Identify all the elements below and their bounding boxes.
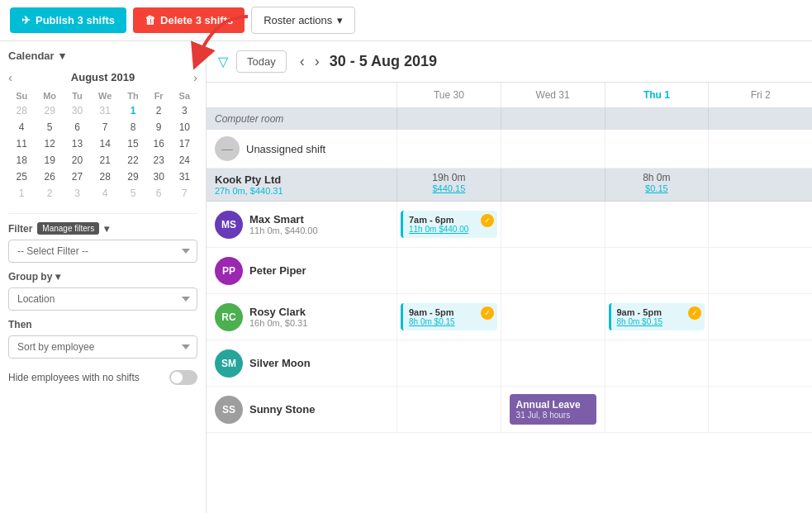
shift-cell-silver-thu[interactable] bbox=[605, 340, 709, 386]
annual-leave-sub: 31 Jul, 8 hours bbox=[516, 411, 590, 420]
trash-icon: 🗑 bbox=[145, 14, 155, 26]
calendar-day[interactable]: 3 bbox=[172, 102, 197, 119]
shift-cell-sunny-fri[interactable] bbox=[708, 387, 812, 432]
calendar-day[interactable]: 21 bbox=[90, 152, 120, 169]
calendar-day[interactable]: 8 bbox=[120, 119, 145, 135]
calendar-day[interactable]: 11 bbox=[8, 135, 35, 152]
calendar-month: August 2019 bbox=[71, 71, 135, 83]
calendar-day[interactable]: 30 bbox=[146, 169, 172, 185]
prev-month-button[interactable]: ‹ bbox=[8, 70, 12, 84]
shift-block[interactable]: ✓ 7am - 6pm 11h 0m $440.00 bbox=[401, 211, 497, 238]
shift-cell-peter-fri[interactable] bbox=[708, 248, 812, 293]
calendar-day[interactable]: 14 bbox=[90, 135, 120, 152]
calendar-day[interactable]: 26 bbox=[35, 169, 64, 185]
calendar-day[interactable]: 4 bbox=[90, 185, 120, 202]
shift-cell-sunny-tue[interactable] bbox=[397, 387, 501, 432]
calendar-day[interactable]: 6 bbox=[146, 185, 172, 202]
sort-by-select[interactable]: Sort by employee bbox=[8, 335, 197, 359]
shift-cell-sunny-thu[interactable] bbox=[605, 387, 709, 432]
manage-filters-button[interactable]: Manage filters bbox=[37, 222, 99, 235]
shift-cell-sunny-wed[interactable]: Annual Leave 31 Jul, 8 hours bbox=[501, 387, 605, 432]
calendar-day[interactable]: 30 bbox=[64, 102, 90, 119]
emp-hours-max-smart: 11h 0m, $440.00 bbox=[249, 226, 318, 235]
calendar-day[interactable]: 28 bbox=[8, 102, 35, 119]
calendar-day[interactable]: 10 bbox=[172, 119, 197, 135]
roster-actions-button[interactable]: Roster actions ▾ bbox=[251, 7, 355, 34]
calendar-day[interactable]: 31 bbox=[172, 169, 197, 185]
shift-cell-rosy-thu[interactable]: ✓ 9am - 5pm 8h 0m $0.15 bbox=[605, 294, 709, 340]
employee-row-rosy-clark: RC Rosy Clark 16h 0m, $0.31 ✓ 9am - 5pm … bbox=[207, 294, 812, 340]
next-week-button[interactable]: › bbox=[310, 50, 325, 74]
calendar-day[interactable]: 25 bbox=[8, 169, 35, 185]
shift-cell-max-thu[interactable] bbox=[605, 202, 709, 247]
calendar-day[interactable]: 22 bbox=[120, 152, 145, 169]
calendar-day[interactable]: 16 bbox=[146, 135, 172, 152]
emp-info-silver-moon: SM Silver Moon bbox=[207, 340, 397, 386]
day-header-tue: Tue 30 bbox=[397, 83, 501, 107]
filter-funnel-button[interactable]: ▽ bbox=[218, 54, 228, 69]
shift-detail: 11h 0m $440.00 bbox=[409, 225, 491, 234]
emp-info-peter-piper: PP Peter Piper bbox=[207, 248, 397, 293]
calendar-day[interactable]: 7 bbox=[172, 185, 197, 202]
annual-leave-title: Annual Leave bbox=[516, 399, 590, 411]
calendar-day[interactable]: 4 bbox=[8, 119, 35, 135]
calendar-day[interactable]: 17 bbox=[172, 135, 197, 152]
calendar-chevron-icon: ▾ bbox=[59, 50, 65, 62]
calendar-day[interactable]: 28 bbox=[90, 169, 120, 185]
calendar-day[interactable]: 2 bbox=[146, 102, 172, 119]
calendar-day[interactable]: 15 bbox=[120, 135, 145, 152]
shift-time: 7am - 6pm bbox=[409, 215, 491, 225]
calendar-day[interactable]: 3 bbox=[64, 185, 90, 202]
summary-cell-fri bbox=[708, 169, 812, 201]
filter-select[interactable]: -- Select Filter -- bbox=[8, 240, 197, 263]
calendar-day[interactable]: 29 bbox=[35, 102, 64, 119]
shift-block-rosy-tue[interactable]: ✓ 9am - 5pm 8h 0m $0.15 bbox=[401, 303, 497, 330]
calendar-day[interactable]: 20 bbox=[64, 152, 90, 169]
calendar-day[interactable]: 12 bbox=[35, 135, 64, 152]
shift-time: 9am - 5pm bbox=[617, 307, 700, 317]
today-button[interactable]: Today bbox=[236, 50, 287, 73]
calendar-day[interactable]: 1 bbox=[8, 185, 35, 202]
emp-info-rosy-clark: RC Rosy Clark 16h 0m, $0.31 bbox=[207, 294, 397, 340]
shift-cell-silver-tue[interactable] bbox=[397, 340, 501, 386]
publish-label: Publish 3 shifts bbox=[36, 14, 115, 26]
next-month-button[interactable]: › bbox=[193, 70, 197, 84]
delete-button[interactable]: 🗑 Delete 3 shifts bbox=[133, 7, 245, 33]
shift-cell-rosy-wed[interactable] bbox=[501, 294, 605, 340]
calendar-day[interactable]: 7 bbox=[90, 119, 120, 135]
calendar-day[interactable]: 6 bbox=[64, 119, 90, 135]
prev-week-button[interactable]: ‹ bbox=[295, 50, 310, 74]
calendar-day[interactable]: 29 bbox=[120, 169, 145, 185]
calendar-day[interactable]: 23 bbox=[146, 152, 172, 169]
shift-cell-max-fri[interactable] bbox=[708, 202, 812, 247]
group-by-select[interactable]: Location bbox=[8, 287, 197, 311]
employee-row-silver-moon: SM Silver Moon bbox=[207, 340, 812, 387]
shift-cell-max-wed[interactable] bbox=[501, 202, 605, 247]
shift-cell-peter-tue[interactable] bbox=[397, 248, 501, 293]
shift-cell-silver-fri[interactable] bbox=[708, 340, 812, 386]
calendar-day[interactable]: 9 bbox=[146, 119, 172, 135]
calendar-day[interactable]: 2 bbox=[35, 185, 64, 202]
calendar-day[interactable]: 27 bbox=[64, 169, 90, 185]
shift-cell-silver-wed[interactable] bbox=[501, 340, 605, 386]
calendar-day[interactable]: 19 bbox=[35, 152, 64, 169]
shift-cell-max-tue[interactable]: ✓ 7am - 6pm 11h 0m $440.00 bbox=[397, 202, 501, 247]
section-label: Computer room bbox=[207, 108, 397, 130]
calendar-day[interactable]: 18 bbox=[8, 152, 35, 169]
shift-cell-rosy-tue[interactable]: ✓ 9am - 5pm 8h 0m $0.15 bbox=[397, 294, 501, 340]
unassigned-shift-row: — Unassigned shift bbox=[207, 130, 812, 169]
shift-cell-peter-thu[interactable] bbox=[605, 248, 709, 293]
shift-cell-peter-wed[interactable] bbox=[501, 248, 605, 293]
publish-button[interactable]: ✈ Publish 3 shifts bbox=[10, 7, 126, 33]
calendar-day[interactable]: 24 bbox=[172, 152, 197, 169]
emp-name-max-smart: Max Smart bbox=[249, 213, 318, 226]
hide-employees-toggle[interactable] bbox=[169, 370, 197, 385]
calendar-day[interactable]: 5 bbox=[120, 185, 145, 202]
calendar-day[interactable]: 5 bbox=[35, 119, 64, 135]
shift-cell-rosy-fri[interactable] bbox=[708, 294, 812, 340]
delete-label: Delete 3 shifts bbox=[160, 14, 233, 26]
shift-block-rosy-thu[interactable]: ✓ 9am - 5pm 8h 0m $0.15 bbox=[609, 303, 705, 330]
calendar-day[interactable]: 1 bbox=[120, 102, 145, 119]
calendar-day[interactable]: 31 bbox=[90, 102, 120, 119]
calendar-day[interactable]: 13 bbox=[64, 135, 90, 152]
